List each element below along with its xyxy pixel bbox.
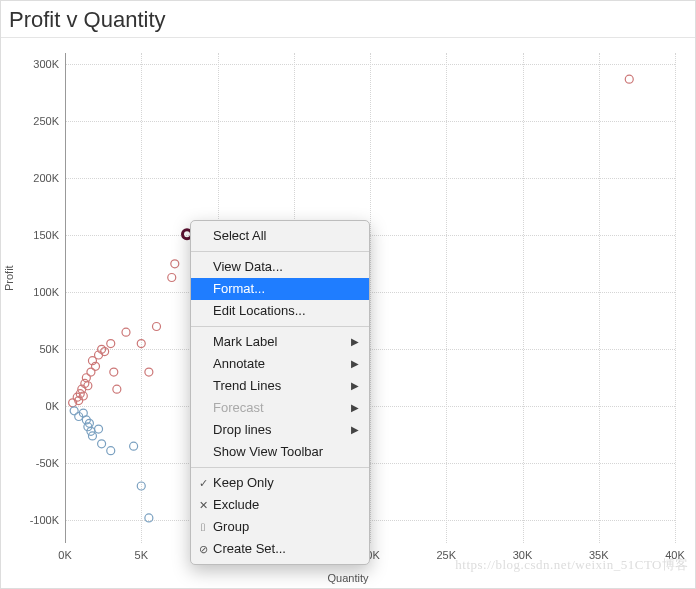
svg-point-16 bbox=[110, 368, 118, 376]
set-icon: ⊘ bbox=[196, 540, 210, 558]
y-tick: 300K bbox=[11, 58, 59, 70]
svg-point-35 bbox=[107, 447, 115, 455]
context-menu: Select All View Data... Format... Edit L… bbox=[190, 220, 370, 565]
y-tick: -100K bbox=[11, 514, 59, 526]
svg-point-20 bbox=[145, 368, 153, 376]
check-icon: ✓ bbox=[196, 474, 210, 492]
menu-edit-locations[interactable]: Edit Locations... bbox=[191, 300, 369, 322]
x-axis-label: Quantity bbox=[328, 572, 369, 584]
svg-point-33 bbox=[95, 425, 103, 433]
svg-point-37 bbox=[137, 482, 145, 490]
svg-point-24 bbox=[625, 75, 633, 83]
svg-point-21 bbox=[153, 322, 161, 330]
svg-point-36 bbox=[130, 442, 138, 450]
menu-format[interactable]: Format... bbox=[191, 278, 369, 300]
submenu-arrow-icon: ▶ bbox=[351, 377, 359, 395]
menu-annotate[interactable]: Annotate▶ bbox=[191, 353, 369, 375]
x-tick: 0K bbox=[58, 549, 71, 561]
menu-drop-lines[interactable]: Drop lines▶ bbox=[191, 419, 369, 441]
menu-exclude[interactable]: ✕Exclude bbox=[191, 494, 369, 516]
menu-keep-only[interactable]: ✓Keep Only bbox=[191, 472, 369, 494]
menu-select-all[interactable]: Select All bbox=[191, 225, 369, 247]
menu-show-toolbar[interactable]: Show View Toolbar bbox=[191, 441, 369, 463]
y-tick: 250K bbox=[11, 115, 59, 127]
y-tick: 200K bbox=[11, 172, 59, 184]
y-tick: -50K bbox=[11, 457, 59, 469]
y-tick: 150K bbox=[11, 229, 59, 241]
menu-trend-lines[interactable]: Trend Lines▶ bbox=[191, 375, 369, 397]
svg-point-32 bbox=[88, 432, 96, 440]
scatter-points bbox=[65, 53, 675, 543]
y-tick: 0K bbox=[11, 400, 59, 412]
menu-group[interactable]: 𖣯Group bbox=[191, 516, 369, 538]
y-tick: 50K bbox=[11, 343, 59, 355]
submenu-arrow-icon: ▶ bbox=[351, 421, 359, 439]
page-title: Profit v Quantity bbox=[1, 1, 695, 38]
svg-point-15 bbox=[107, 340, 115, 348]
menu-view-data[interactable]: View Data... bbox=[191, 256, 369, 278]
menu-forecast: Forecast▶ bbox=[191, 397, 369, 419]
svg-point-34 bbox=[98, 440, 106, 448]
submenu-arrow-icon: ▶ bbox=[351, 355, 359, 373]
x-tick: 25K bbox=[436, 549, 456, 561]
svg-point-38 bbox=[145, 514, 153, 522]
svg-point-19 bbox=[137, 340, 145, 348]
svg-point-23 bbox=[171, 260, 179, 268]
svg-point-25 bbox=[70, 407, 78, 415]
submenu-arrow-icon: ▶ bbox=[351, 333, 359, 351]
menu-create-set[interactable]: ⊘Create Set... bbox=[191, 538, 369, 560]
svg-point-18 bbox=[122, 328, 130, 336]
submenu-arrow-icon: ▶ bbox=[351, 399, 359, 417]
exclude-icon: ✕ bbox=[196, 496, 210, 514]
chart-plot-area[interactable] bbox=[65, 53, 675, 543]
x-tick: 5K bbox=[135, 549, 148, 561]
svg-point-17 bbox=[113, 385, 121, 393]
watermark-text: https://blog.csdn.net/weixin_51CTO博客 bbox=[455, 556, 689, 574]
svg-point-7 bbox=[82, 374, 90, 382]
menu-mark-label[interactable]: Mark Label▶ bbox=[191, 331, 369, 353]
y-tick: 100K bbox=[11, 286, 59, 298]
group-icon: 𖣯 bbox=[196, 518, 210, 536]
svg-point-22 bbox=[168, 273, 176, 281]
svg-point-9 bbox=[87, 368, 95, 376]
